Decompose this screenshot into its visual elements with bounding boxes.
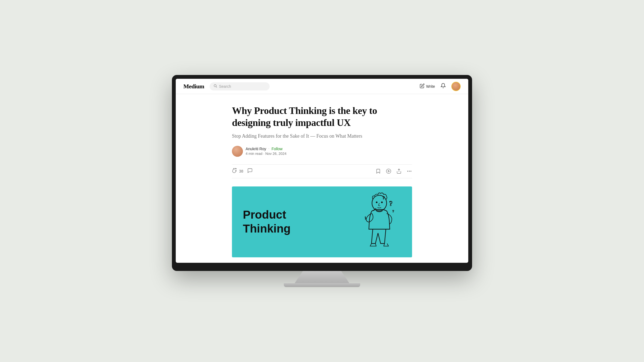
- clap-count: 38: [239, 169, 243, 173]
- notification-button[interactable]: [440, 83, 446, 90]
- monitor-frame: Medium Search: [172, 75, 472, 271]
- author-info: Anukriti Roy · Follow 4 min read · Nov 2…: [246, 147, 287, 156]
- action-bar: 38: [232, 164, 412, 178]
- svg-text:?: ?: [392, 209, 394, 213]
- search-placeholder: Search: [219, 84, 231, 89]
- hero-text: Product Thinking: [232, 197, 302, 246]
- article-content: Why Product Thinking is the key to desig…: [226, 94, 418, 263]
- separator: ·: [268, 147, 269, 151]
- svg-marker-3: [388, 170, 389, 172]
- svg-line-1: [216, 86, 217, 87]
- author-avatar[interactable]: [232, 146, 243, 157]
- svg-text:?: ?: [382, 195, 385, 200]
- svg-text:?: ?: [389, 200, 392, 207]
- clap-icon: [232, 168, 237, 175]
- svg-point-6: [409, 171, 410, 171]
- medium-logo[interactable]: Medium: [183, 83, 204, 90]
- search-icon: [213, 84, 217, 89]
- author-name[interactable]: Anukriti Roy: [246, 147, 266, 151]
- author-name-row: Anukriti Roy · Follow: [246, 147, 287, 151]
- action-bar-right: [375, 168, 412, 174]
- navbar-right: Write: [420, 82, 461, 91]
- author-row: Anukriti Roy · Follow 4 min read · Nov 2…: [232, 146, 412, 157]
- article-subtitle: Stop Adding Features for the Sake of It …: [232, 132, 412, 140]
- publish-date: Nov 26, 2024: [265, 152, 286, 156]
- follow-button[interactable]: Follow: [272, 147, 282, 151]
- share-button[interactable]: [396, 168, 402, 174]
- svg-point-0: [214, 85, 216, 87]
- user-avatar[interactable]: [451, 82, 461, 91]
- read-time: 4 min read: [246, 152, 262, 156]
- search-bar[interactable]: Search: [210, 82, 270, 90]
- more-button[interactable]: [407, 168, 412, 174]
- svg-point-2: [386, 169, 391, 174]
- monitor-wrapper: Medium Search: [172, 75, 472, 287]
- hero-title-line1: Product: [243, 208, 291, 222]
- author-avatar-image: [232, 146, 243, 157]
- article-title: Why Product Thinking is the key to desig…: [232, 105, 412, 128]
- svg-point-5: [407, 171, 408, 171]
- hero-illustration: ? ? ?: [357, 191, 401, 252]
- comment-icon: [247, 168, 253, 175]
- write-label: Write: [426, 84, 435, 89]
- listen-button[interactable]: [386, 168, 391, 174]
- clap-button[interactable]: 38: [232, 168, 243, 175]
- svg-point-9: [376, 201, 378, 203]
- write-button[interactable]: Write: [420, 83, 435, 89]
- svg-point-7: [411, 171, 411, 171]
- monitor-screen: Medium Search: [176, 79, 468, 263]
- avatar-image: [452, 82, 460, 90]
- author-meta: 4 min read · Nov 26, 2024: [246, 152, 287, 156]
- monitor-base: [284, 283, 360, 287]
- svg-point-10: [381, 201, 383, 203]
- comment-button[interactable]: [247, 168, 253, 175]
- hero-title-line2: Thinking: [243, 222, 291, 236]
- monitor-stand: [295, 271, 349, 283]
- hero-image: Product Thinking: [232, 186, 412, 257]
- action-bar-left: 38: [232, 168, 253, 175]
- navbar: Medium Search: [176, 79, 468, 94]
- bookmark-button[interactable]: [375, 168, 381, 174]
- write-icon: [420, 83, 425, 89]
